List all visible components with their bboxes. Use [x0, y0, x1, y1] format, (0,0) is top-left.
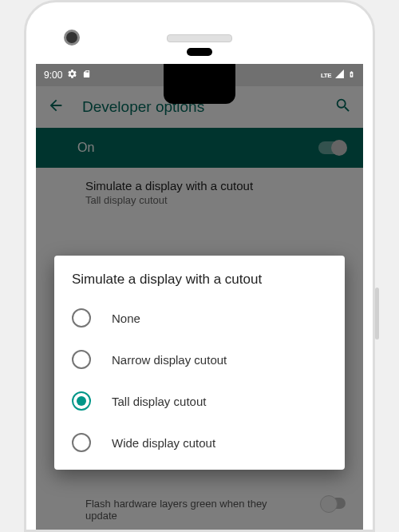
radio-option[interactable]: Tall display cutout	[54, 380, 345, 422]
radio-option[interactable]: None	[54, 297, 345, 339]
display-notch	[164, 64, 235, 104]
screen: 9:00 LTE	[36, 64, 363, 530]
radio-icon[interactable]	[72, 308, 91, 328]
gear-icon	[67, 69, 77, 81]
radio-option[interactable]: Narrow display cutout	[54, 339, 345, 380]
sd-card-icon	[82, 69, 91, 81]
radio-label: Tall display cutout	[112, 395, 206, 408]
radio-option[interactable]: Wide display cutout	[54, 422, 345, 463]
radio-label: Wide display cutout	[112, 436, 215, 450]
phone-hardware-top	[36, 12, 363, 64]
lte-icon: LTE	[321, 72, 331, 79]
radio-label: None	[112, 312, 140, 325]
phone-frame: 9:00 LTE	[24, 0, 375, 532]
radio-icon[interactable]	[72, 433, 91, 452]
speaker-icon	[167, 34, 232, 42]
sensor-icon	[187, 48, 212, 56]
camera-icon	[64, 30, 80, 46]
radio-icon[interactable]	[72, 391, 91, 411]
signal-icon	[334, 69, 345, 81]
cutout-dialog: Simulate a display with a cutout NoneNar…	[54, 256, 345, 470]
radio-label: Narrow display cutout	[112, 353, 227, 367]
dialog-title: Simulate a display with a cutout	[54, 272, 345, 297]
phone-side-button	[375, 288, 379, 339]
radio-icon[interactable]	[72, 350, 91, 369]
battery-icon	[348, 69, 355, 82]
status-time: 9:00	[44, 69, 62, 81]
